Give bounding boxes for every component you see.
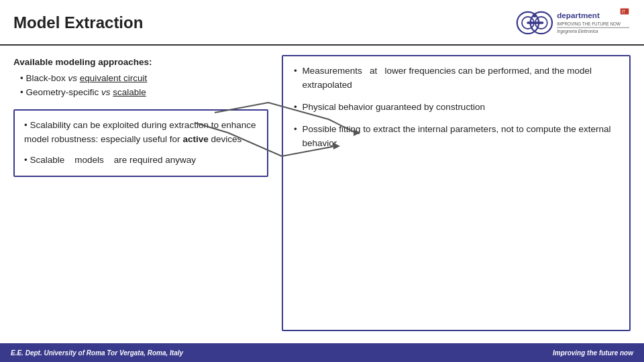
right-item-3: • Possible fitting to extract the intern… xyxy=(294,123,619,151)
svg-text:IT: IT xyxy=(622,9,626,14)
svg-text:Ingegneria Elettronica: Ingegneria Elettronica xyxy=(557,29,598,34)
equivalent-circuit-link: equivalent circuit xyxy=(80,73,148,83)
left-box-item-1: • Scalability can be exploited during ex… xyxy=(24,119,258,147)
right-item-3-text: Possible fitting to extract the internal… xyxy=(302,123,619,151)
approaches-section: Available modeling approaches: Black-box… xyxy=(13,55,268,100)
footer-slogan: Improving the future now xyxy=(553,349,633,357)
footer-affiliation: E.E. Dept. University of Roma Tor Vergat… xyxy=(11,349,183,357)
main-content: Available modeling approaches: Black-box… xyxy=(0,46,644,331)
svg-point-4 xyxy=(533,14,536,17)
left-box-item-2: • Scalable models are required anyway xyxy=(24,154,258,168)
right-item-1-text: Measurements at lower frequencies can be… xyxy=(302,64,619,93)
right-panel: • Measurements at lower frequencies can … xyxy=(282,55,631,331)
header: Model Extraction department IMPROVING TH… xyxy=(0,0,644,46)
approaches-item-2: Geometry-specific vs scalable xyxy=(20,85,268,100)
svg-text:IMPROVING THE FUTURE NOW: IMPROVING THE FUTURE NOW xyxy=(557,22,621,27)
page-title: Model Extraction xyxy=(13,13,143,32)
approaches-list: Black-box vs equivalent circuit Geometry… xyxy=(13,71,268,100)
svg-text:department: department xyxy=(557,11,600,19)
footer: E.E. Dept. University of Roma Tor Vergat… xyxy=(0,343,644,362)
left-box: • Scalability can be exploited during ex… xyxy=(13,109,268,177)
right-item-1: • Measurements at lower frequencies can … xyxy=(294,64,619,93)
right-item-2-text: Physical behavior guaranteed by construc… xyxy=(302,101,484,115)
scalable-link: scalable xyxy=(113,87,146,97)
approaches-item-1: Black-box vs equivalent circuit xyxy=(20,71,268,86)
logo-area: department IMPROVING THE FUTURE NOW Inge… xyxy=(510,7,631,39)
svg-rect-5 xyxy=(527,21,543,24)
department-logo: department IMPROVING THE FUTURE NOW Inge… xyxy=(510,7,631,39)
approaches-heading: Available modeling approaches: xyxy=(13,55,268,70)
right-item-2: • Physical behavior guaranteed by constr… xyxy=(294,101,619,115)
left-panel: Available modeling approaches: Black-box… xyxy=(13,55,268,331)
